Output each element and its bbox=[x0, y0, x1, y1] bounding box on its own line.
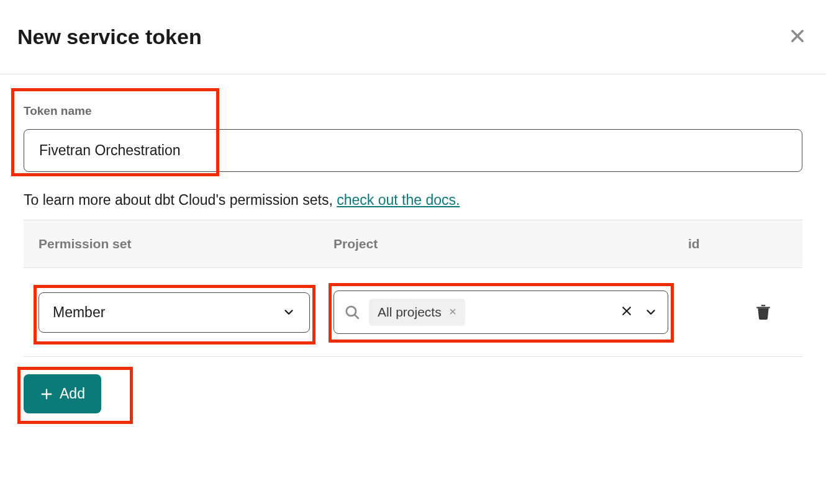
table-row: Member All p bbox=[24, 268, 802, 357]
permissions-table: Permission set Project id Member bbox=[24, 220, 802, 357]
project-select[interactable]: All projects bbox=[334, 290, 668, 334]
permission-value: Member bbox=[53, 304, 105, 321]
column-header-project: Project bbox=[334, 236, 688, 251]
token-name-label: Token name bbox=[24, 104, 802, 118]
modal-header: New service token bbox=[0, 0, 826, 74]
token-name-input[interactable] bbox=[24, 129, 802, 172]
help-text: To learn more about dbt Cloud's permissi… bbox=[24, 192, 802, 209]
page-title: New service token bbox=[17, 25, 202, 49]
chevron-down-icon bbox=[282, 305, 296, 319]
search-icon bbox=[344, 304, 360, 320]
modal-content: Token name To learn more about dbt Cloud… bbox=[0, 74, 826, 428]
add-button[interactable]: Add bbox=[24, 374, 101, 413]
svg-line-3 bbox=[355, 315, 358, 318]
permission-select[interactable]: Member bbox=[39, 292, 310, 333]
close-button[interactable] bbox=[786, 25, 809, 49]
clear-all-icon[interactable] bbox=[620, 305, 633, 320]
close-icon bbox=[789, 27, 806, 45]
column-header-permission: Permission set bbox=[39, 236, 334, 251]
chip-remove-icon[interactable] bbox=[449, 307, 456, 318]
delete-row-button[interactable] bbox=[750, 297, 776, 328]
add-button-wrapper: Add bbox=[24, 374, 101, 413]
token-name-group: Token name bbox=[24, 104, 802, 172]
docs-link[interactable]: check out the docs. bbox=[337, 192, 460, 208]
column-header-id: id bbox=[688, 236, 750, 251]
table-header: Permission set Project id bbox=[24, 220, 802, 268]
trash-icon bbox=[755, 302, 771, 321]
chevron-down-icon bbox=[644, 305, 658, 319]
plus-icon bbox=[40, 387, 53, 401]
project-chip: All projects bbox=[369, 299, 465, 326]
